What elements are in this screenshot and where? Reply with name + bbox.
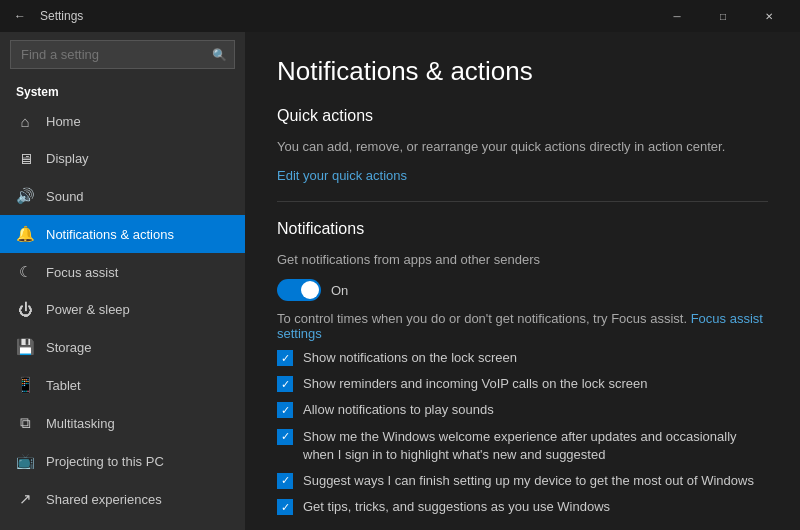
toggle-row: On bbox=[277, 279, 768, 301]
checkbox-welcome-input[interactable]: ✓ bbox=[277, 429, 293, 445]
checkbox-lock-screen-label: Show notifications on the lock screen bbox=[303, 349, 517, 367]
close-button[interactable]: ✕ bbox=[746, 0, 792, 32]
tablet-icon: 📱 bbox=[16, 376, 34, 394]
projecting-icon: 📺 bbox=[16, 452, 34, 470]
checkbox-welcome: ✓ Show me the Windows welcome experience… bbox=[277, 428, 768, 464]
notifications-icon: 🔔 bbox=[16, 225, 34, 243]
quick-actions-desc: You can add, remove, or rearrange your q… bbox=[277, 137, 768, 157]
search-input[interactable] bbox=[10, 40, 235, 69]
shared-icon: ↗ bbox=[16, 490, 34, 508]
minimize-button[interactable]: ─ bbox=[654, 0, 700, 32]
sidebar-item-label-projecting: Projecting to this PC bbox=[46, 454, 164, 469]
titlebar: ← Settings ─ □ ✕ bbox=[0, 0, 800, 32]
sidebar-item-label-display: Display bbox=[46, 151, 89, 166]
notifications-section: Notifications Get notifications from app… bbox=[277, 220, 768, 517]
checkbox-sounds-input[interactable]: ✓ bbox=[277, 402, 293, 418]
notifications-title: Notifications bbox=[277, 220, 768, 238]
quick-actions-section: Quick actions You can add, remove, or re… bbox=[277, 107, 768, 183]
sidebar-item-shared[interactable]: ↗ Shared experiences bbox=[0, 480, 245, 518]
checkbox-lock-screen: ✓ Show notifications on the lock screen bbox=[277, 349, 768, 367]
toggle-label: On bbox=[331, 283, 348, 298]
multitasking-icon: ⧉ bbox=[16, 414, 34, 432]
checkbox-suggest-label: Suggest ways I can finish setting up my … bbox=[303, 472, 754, 490]
sidebar-item-sound[interactable]: 🔊 Sound bbox=[0, 177, 245, 215]
sidebar-item-label-focus: Focus assist bbox=[46, 265, 118, 280]
sidebar-item-home[interactable]: ⌂ Home bbox=[0, 103, 245, 140]
checkbox-voip-input[interactable]: ✓ bbox=[277, 376, 293, 392]
checkbox-suggest-input[interactable]: ✓ bbox=[277, 473, 293, 489]
sidebar-item-label-storage: Storage bbox=[46, 340, 92, 355]
sidebar-item-display[interactable]: 🖥 Display bbox=[0, 140, 245, 177]
sound-icon: 🔊 bbox=[16, 187, 34, 205]
checkbox-tips-label: Get tips, tricks, and suggestions as you… bbox=[303, 498, 610, 516]
page-title: Notifications & actions bbox=[277, 56, 768, 87]
power-icon: ⏻ bbox=[16, 301, 34, 318]
sidebar-item-notifications[interactable]: 🔔 Notifications & actions bbox=[0, 215, 245, 253]
edit-quick-actions-link[interactable]: Edit your quick actions bbox=[277, 168, 407, 183]
checkbox-sounds: ✓ Allow notifications to play sounds bbox=[277, 401, 768, 419]
maximize-button[interactable]: □ bbox=[700, 0, 746, 32]
content-area: Notifications & actions Quick actions Yo… bbox=[245, 32, 800, 530]
back-button[interactable]: ← bbox=[8, 4, 32, 28]
sidebar-item-label-sound: Sound bbox=[46, 189, 84, 204]
home-icon: ⌂ bbox=[16, 113, 34, 130]
sidebar-item-focus[interactable]: ☾ Focus assist bbox=[0, 253, 245, 291]
sidebar-item-label-power: Power & sleep bbox=[46, 302, 130, 317]
sidebar-item-power[interactable]: ⏻ Power & sleep bbox=[0, 291, 245, 328]
sidebar: 🔍 System ⌂ Home 🖥 Display 🔊 Sound 🔔 Noti… bbox=[0, 32, 245, 530]
checkbox-lock-screen-input[interactable]: ✓ bbox=[277, 350, 293, 366]
system-label: System bbox=[0, 77, 245, 103]
titlebar-left: ← Settings bbox=[8, 4, 654, 28]
checkbox-voip: ✓ Show reminders and incoming VoIP calls… bbox=[277, 375, 768, 393]
sidebar-item-projecting[interactable]: 📺 Projecting to this PC bbox=[0, 442, 245, 480]
sidebar-item-label-tablet: Tablet bbox=[46, 378, 81, 393]
storage-icon: 💾 bbox=[16, 338, 34, 356]
sidebar-item-storage[interactable]: 💾 Storage bbox=[0, 328, 245, 366]
search-container: 🔍 bbox=[10, 40, 235, 69]
checkbox-tips: ✓ Get tips, tricks, and suggestions as y… bbox=[277, 498, 768, 516]
sidebar-item-multitasking[interactable]: ⧉ Multitasking bbox=[0, 404, 245, 442]
titlebar-controls: ─ □ ✕ bbox=[654, 0, 792, 32]
checkbox-suggest: ✓ Suggest ways I can finish setting up m… bbox=[277, 472, 768, 490]
checkbox-tips-input[interactable]: ✓ bbox=[277, 499, 293, 515]
sidebar-item-tablet[interactable]: 📱 Tablet bbox=[0, 366, 245, 404]
display-icon: 🖥 bbox=[16, 150, 34, 167]
notifications-toggle[interactable] bbox=[277, 279, 321, 301]
checkbox-sounds-label: Allow notifications to play sounds bbox=[303, 401, 494, 419]
get-notifications-label: Get notifications from apps and other se… bbox=[277, 250, 768, 270]
sidebar-item-label-multitasking: Multitasking bbox=[46, 416, 115, 431]
focus-icon: ☾ bbox=[16, 263, 34, 281]
focus-desc: To control times when you do or don't ge… bbox=[277, 311, 768, 341]
checkbox-voip-label: Show reminders and incoming VoIP calls o… bbox=[303, 375, 647, 393]
sidebar-item-label-home: Home bbox=[46, 114, 81, 129]
main-layout: 🔍 System ⌂ Home 🖥 Display 🔊 Sound 🔔 Noti… bbox=[0, 32, 800, 530]
titlebar-title: Settings bbox=[40, 9, 83, 23]
quick-actions-title: Quick actions bbox=[277, 107, 768, 125]
sidebar-item-label-notifications: Notifications & actions bbox=[46, 227, 174, 242]
checkbox-welcome-label: Show me the Windows welcome experience a… bbox=[303, 428, 768, 464]
search-icon: 🔍 bbox=[212, 48, 227, 62]
sidebar-item-label-shared: Shared experiences bbox=[46, 492, 162, 507]
section-divider bbox=[277, 201, 768, 202]
